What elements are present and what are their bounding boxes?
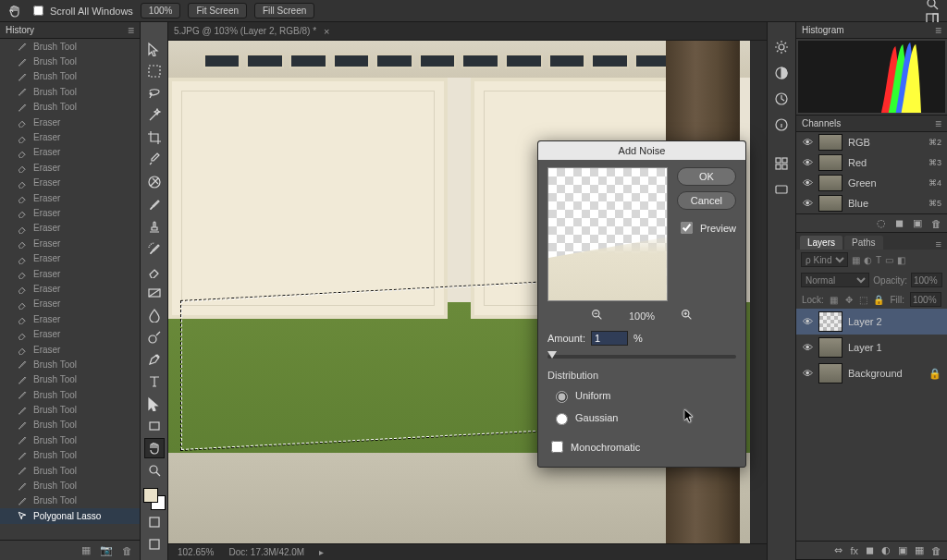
ok-button[interactable]: OK (677, 167, 736, 186)
scroll-all-windows-input[interactable] (33, 6, 43, 16)
lock-all-icon[interactable]: 🔒 (873, 294, 884, 305)
quick-mask-icon[interactable] (144, 512, 165, 532)
foreground-swatch[interactable] (143, 488, 158, 503)
visibility-icon[interactable]: 👁 (802, 157, 813, 168)
gaussian-radio[interactable] (556, 413, 568, 425)
history-item[interactable]: Eraser (0, 266, 140, 281)
new-layer-icon[interactable]: ▦ (915, 544, 924, 556)
filter-type-icon[interactable]: T (876, 255, 881, 265)
path-select-tool[interactable] (144, 394, 165, 414)
visibility-icon[interactable]: 👁 (802, 368, 813, 379)
layer-fx-icon[interactable]: fx (850, 545, 858, 556)
stamp-tool[interactable] (144, 216, 165, 237)
history-item[interactable]: Eraser (0, 129, 140, 144)
search-icon[interactable] (925, 0, 940, 11)
monochromatic-checkbox[interactable]: Monochromatic (547, 438, 736, 456)
history-item[interactable]: Eraser (0, 236, 140, 250)
history-brush-tool[interactable] (144, 238, 165, 259)
tab-layers[interactable]: Layers (800, 236, 842, 250)
fill-screen-button[interactable]: Fill Screen (254, 3, 314, 18)
layer-thumb[interactable] (818, 363, 842, 383)
trash-icon[interactable]: 🗑 (931, 545, 941, 556)
visibility-icon[interactable]: 👁 (802, 177, 813, 189)
zoom-preset-button[interactable]: 100% (141, 3, 181, 18)
history-item[interactable]: Eraser (0, 342, 140, 357)
history-item[interactable]: Eraser (0, 281, 140, 296)
new-snapshot-icon[interactable]: 📷 (100, 544, 113, 556)
type-tool[interactable] (144, 371, 165, 392)
slider-thumb[interactable] (547, 351, 557, 359)
brightness-icon[interactable] (773, 39, 790, 55)
history-item[interactable]: Eraser (0, 145, 140, 160)
swatches-icon[interactable] (773, 155, 790, 172)
trash-icon[interactable]: 🗑 (122, 545, 132, 556)
layer-thumb[interactable] (818, 337, 842, 358)
filter-shape-icon[interactable]: ▭ (885, 255, 893, 265)
history-item[interactable]: Eraser (0, 176, 140, 190)
uniform-radio[interactable] (556, 391, 568, 403)
visibility-icon[interactable]: 👁 (802, 198, 813, 209)
channel-row[interactable]: 👁Red⌘3 (796, 152, 947, 173)
history-item[interactable]: Eraser (0, 115, 140, 129)
history-item[interactable]: Brush Tool (0, 372, 140, 387)
zoom-tool[interactable] (144, 460, 165, 481)
clock-icon[interactable] (773, 91, 790, 107)
opacity-input[interactable] (911, 273, 942, 287)
layers-list[interactable]: 👁Layer 2👁Layer 1👁Background🔒 (796, 309, 947, 386)
amount-input[interactable] (591, 331, 628, 346)
panel-menu-icon[interactable]: ≡ (930, 238, 947, 250)
lock-position-icon[interactable]: ✥ (844, 294, 854, 305)
status-chevron-icon[interactable]: ▸ (319, 547, 324, 557)
link-layers-icon[interactable]: ⇔ (834, 544, 842, 556)
wand-tool[interactable] (144, 105, 165, 126)
panel-menu-icon[interactable]: ≡ (128, 24, 134, 37)
close-tab-icon[interactable]: × (324, 26, 329, 37)
history-item[interactable]: Eraser (0, 190, 140, 205)
monochromatic-input[interactable] (551, 441, 563, 453)
history-item[interactable]: Brush Tool (0, 54, 140, 68)
history-item[interactable]: Eraser (0, 311, 140, 326)
fit-screen-button[interactable]: Fit Screen (188, 3, 247, 18)
history-item[interactable]: Brush Tool (0, 402, 140, 417)
history-item[interactable]: Brush Tool (0, 357, 140, 371)
zoom-in-icon[interactable] (681, 309, 693, 323)
eraser-tool[interactable] (144, 261, 165, 281)
gradient-tool[interactable] (144, 283, 165, 303)
layer-thumb[interactable] (818, 311, 842, 332)
history-item[interactable]: Brush Tool (0, 69, 140, 84)
history-item[interactable]: Eraser (0, 205, 140, 220)
blend-mode-select[interactable]: Normal (801, 273, 869, 287)
blur-tool[interactable] (144, 305, 165, 325)
color-swatches[interactable] (143, 488, 166, 510)
layer-row[interactable]: 👁Layer 2 (796, 309, 947, 335)
history-item[interactable]: Polygonal Lasso (0, 508, 140, 523)
hand-tool[interactable] (144, 438, 165, 458)
pen-tool[interactable] (144, 349, 165, 370)
history-item[interactable]: Brush Tool (0, 418, 140, 432)
screen-mode-icon[interactable] (144, 534, 165, 554)
history-item[interactable]: Eraser (0, 160, 140, 175)
channel-row[interactable]: 👁Blue⌘5 (796, 193, 947, 213)
visibility-icon[interactable]: 👁 (802, 137, 813, 148)
layer-mask-icon[interactable]: ◼ (866, 544, 874, 556)
brush-tool[interactable] (144, 194, 165, 214)
layer-name[interactable]: Layer 2 (848, 316, 882, 327)
zoom-readout[interactable]: 102.65% (178, 547, 214, 557)
crop-tool[interactable] (144, 128, 165, 148)
history-item[interactable]: Brush Tool (0, 463, 140, 478)
lock-pixels-icon[interactable]: ▦ (830, 294, 839, 305)
history-item[interactable]: Brush Tool (0, 432, 140, 447)
layer-name[interactable]: Background (848, 368, 903, 379)
history-item[interactable]: Brush Tool (0, 448, 140, 463)
history-item[interactable]: Brush Tool (0, 493, 140, 508)
distribution-gaussian[interactable]: Gaussian (551, 410, 736, 425)
load-selection-icon[interactable]: ◌ (877, 217, 886, 229)
history-item[interactable]: Eraser (0, 326, 140, 341)
distribution-uniform[interactable]: Uniform (551, 388, 736, 403)
cancel-button[interactable]: Cancel (677, 191, 736, 210)
fill-adjust-icon[interactable]: ◐ (881, 544, 891, 556)
fill-input[interactable] (910, 292, 941, 307)
styles-icon[interactable] (773, 181, 790, 198)
history-item[interactable]: Eraser (0, 297, 140, 311)
layer-name[interactable]: Layer 1 (848, 342, 882, 353)
